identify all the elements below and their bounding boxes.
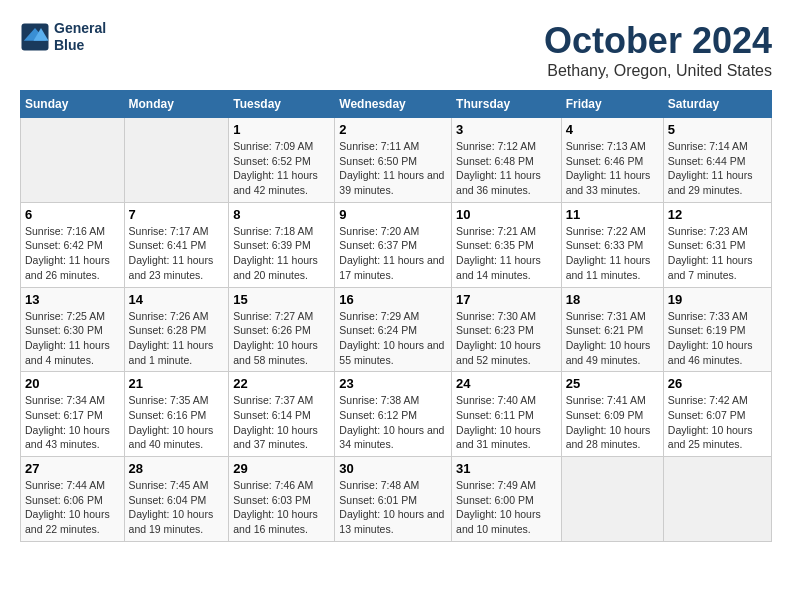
page-header: General Blue October 2024 Bethany, Orego…: [20, 20, 772, 80]
calendar-cell: 26Sunrise: 7:42 AMSunset: 6:07 PMDayligh…: [663, 372, 771, 457]
day-number: 17: [456, 292, 557, 307]
day-info: Sunrise: 7:09 AMSunset: 6:52 PMDaylight:…: [233, 139, 330, 198]
calendar-table: SundayMondayTuesdayWednesdayThursdayFrid…: [20, 90, 772, 542]
day-info: Sunrise: 7:16 AMSunset: 6:42 PMDaylight:…: [25, 224, 120, 283]
day-info: Sunrise: 7:33 AMSunset: 6:19 PMDaylight:…: [668, 309, 767, 368]
day-info: Sunrise: 7:45 AMSunset: 6:04 PMDaylight:…: [129, 478, 225, 537]
day-number: 20: [25, 376, 120, 391]
calendar-cell: [663, 457, 771, 542]
day-number: 29: [233, 461, 330, 476]
day-number: 16: [339, 292, 447, 307]
day-number: 27: [25, 461, 120, 476]
day-info: Sunrise: 7:40 AMSunset: 6:11 PMDaylight:…: [456, 393, 557, 452]
day-number: 9: [339, 207, 447, 222]
calendar-cell: 29Sunrise: 7:46 AMSunset: 6:03 PMDayligh…: [229, 457, 335, 542]
weekday-header: Saturday: [663, 91, 771, 118]
day-info: Sunrise: 7:23 AMSunset: 6:31 PMDaylight:…: [668, 224, 767, 283]
calendar-week-row: 1Sunrise: 7:09 AMSunset: 6:52 PMDaylight…: [21, 118, 772, 203]
calendar-cell: 25Sunrise: 7:41 AMSunset: 6:09 PMDayligh…: [561, 372, 663, 457]
calendar-cell: 11Sunrise: 7:22 AMSunset: 6:33 PMDayligh…: [561, 202, 663, 287]
logo-line2: Blue: [54, 37, 106, 54]
calendar-cell: 6Sunrise: 7:16 AMSunset: 6:42 PMDaylight…: [21, 202, 125, 287]
day-number: 13: [25, 292, 120, 307]
day-info: Sunrise: 7:27 AMSunset: 6:26 PMDaylight:…: [233, 309, 330, 368]
calendar-cell: [561, 457, 663, 542]
day-number: 11: [566, 207, 659, 222]
day-info: Sunrise: 7:30 AMSunset: 6:23 PMDaylight:…: [456, 309, 557, 368]
day-number: 21: [129, 376, 225, 391]
calendar-cell: 10Sunrise: 7:21 AMSunset: 6:35 PMDayligh…: [452, 202, 562, 287]
day-number: 19: [668, 292, 767, 307]
day-number: 24: [456, 376, 557, 391]
logo: General Blue: [20, 20, 106, 54]
calendar-cell: 17Sunrise: 7:30 AMSunset: 6:23 PMDayligh…: [452, 287, 562, 372]
calendar-week-row: 13Sunrise: 7:25 AMSunset: 6:30 PMDayligh…: [21, 287, 772, 372]
month-title: October 2024: [544, 20, 772, 62]
day-info: Sunrise: 7:14 AMSunset: 6:44 PMDaylight:…: [668, 139, 767, 198]
day-number: 25: [566, 376, 659, 391]
day-info: Sunrise: 7:42 AMSunset: 6:07 PMDaylight:…: [668, 393, 767, 452]
calendar-cell: 13Sunrise: 7:25 AMSunset: 6:30 PMDayligh…: [21, 287, 125, 372]
calendar-cell: 28Sunrise: 7:45 AMSunset: 6:04 PMDayligh…: [124, 457, 229, 542]
calendar-cell: 21Sunrise: 7:35 AMSunset: 6:16 PMDayligh…: [124, 372, 229, 457]
calendar-cell: 22Sunrise: 7:37 AMSunset: 6:14 PMDayligh…: [229, 372, 335, 457]
day-number: 23: [339, 376, 447, 391]
day-info: Sunrise: 7:26 AMSunset: 6:28 PMDaylight:…: [129, 309, 225, 368]
calendar-cell: 14Sunrise: 7:26 AMSunset: 6:28 PMDayligh…: [124, 287, 229, 372]
logo-icon: [20, 22, 50, 52]
calendar-cell: 2Sunrise: 7:11 AMSunset: 6:50 PMDaylight…: [335, 118, 452, 203]
calendar-cell: 20Sunrise: 7:34 AMSunset: 6:17 PMDayligh…: [21, 372, 125, 457]
day-number: 28: [129, 461, 225, 476]
calendar-cell: 23Sunrise: 7:38 AMSunset: 6:12 PMDayligh…: [335, 372, 452, 457]
day-number: 10: [456, 207, 557, 222]
calendar-cell: 30Sunrise: 7:48 AMSunset: 6:01 PMDayligh…: [335, 457, 452, 542]
day-info: Sunrise: 7:11 AMSunset: 6:50 PMDaylight:…: [339, 139, 447, 198]
day-info: Sunrise: 7:13 AMSunset: 6:46 PMDaylight:…: [566, 139, 659, 198]
day-number: 3: [456, 122, 557, 137]
title-block: October 2024 Bethany, Oregon, United Sta…: [544, 20, 772, 80]
calendar-cell: 27Sunrise: 7:44 AMSunset: 6:06 PMDayligh…: [21, 457, 125, 542]
calendar-cell: 24Sunrise: 7:40 AMSunset: 6:11 PMDayligh…: [452, 372, 562, 457]
day-info: Sunrise: 7:17 AMSunset: 6:41 PMDaylight:…: [129, 224, 225, 283]
calendar-cell: 19Sunrise: 7:33 AMSunset: 6:19 PMDayligh…: [663, 287, 771, 372]
day-info: Sunrise: 7:44 AMSunset: 6:06 PMDaylight:…: [25, 478, 120, 537]
day-info: Sunrise: 7:22 AMSunset: 6:33 PMDaylight:…: [566, 224, 659, 283]
day-info: Sunrise: 7:48 AMSunset: 6:01 PMDaylight:…: [339, 478, 447, 537]
calendar-cell: 18Sunrise: 7:31 AMSunset: 6:21 PMDayligh…: [561, 287, 663, 372]
weekday-header: Friday: [561, 91, 663, 118]
weekday-header: Thursday: [452, 91, 562, 118]
location: Bethany, Oregon, United States: [544, 62, 772, 80]
calendar-cell: 3Sunrise: 7:12 AMSunset: 6:48 PMDaylight…: [452, 118, 562, 203]
day-number: 8: [233, 207, 330, 222]
weekday-header: Sunday: [21, 91, 125, 118]
day-info: Sunrise: 7:38 AMSunset: 6:12 PMDaylight:…: [339, 393, 447, 452]
day-info: Sunrise: 7:41 AMSunset: 6:09 PMDaylight:…: [566, 393, 659, 452]
calendar-cell: [124, 118, 229, 203]
calendar-cell: 7Sunrise: 7:17 AMSunset: 6:41 PMDaylight…: [124, 202, 229, 287]
day-info: Sunrise: 7:49 AMSunset: 6:00 PMDaylight:…: [456, 478, 557, 537]
day-number: 7: [129, 207, 225, 222]
day-info: Sunrise: 7:35 AMSunset: 6:16 PMDaylight:…: [129, 393, 225, 452]
header-row: SundayMondayTuesdayWednesdayThursdayFrid…: [21, 91, 772, 118]
day-info: Sunrise: 7:34 AMSunset: 6:17 PMDaylight:…: [25, 393, 120, 452]
weekday-header: Tuesday: [229, 91, 335, 118]
day-info: Sunrise: 7:12 AMSunset: 6:48 PMDaylight:…: [456, 139, 557, 198]
day-number: 1: [233, 122, 330, 137]
day-number: 6: [25, 207, 120, 222]
logo-text: General Blue: [54, 20, 106, 54]
day-info: Sunrise: 7:20 AMSunset: 6:37 PMDaylight:…: [339, 224, 447, 283]
day-number: 22: [233, 376, 330, 391]
calendar-cell: 12Sunrise: 7:23 AMSunset: 6:31 PMDayligh…: [663, 202, 771, 287]
day-number: 4: [566, 122, 659, 137]
calendar-cell: 15Sunrise: 7:27 AMSunset: 6:26 PMDayligh…: [229, 287, 335, 372]
calendar-cell: 5Sunrise: 7:14 AMSunset: 6:44 PMDaylight…: [663, 118, 771, 203]
day-info: Sunrise: 7:29 AMSunset: 6:24 PMDaylight:…: [339, 309, 447, 368]
day-info: Sunrise: 7:18 AMSunset: 6:39 PMDaylight:…: [233, 224, 330, 283]
day-info: Sunrise: 7:46 AMSunset: 6:03 PMDaylight:…: [233, 478, 330, 537]
day-info: Sunrise: 7:31 AMSunset: 6:21 PMDaylight:…: [566, 309, 659, 368]
weekday-header: Wednesday: [335, 91, 452, 118]
day-number: 31: [456, 461, 557, 476]
day-info: Sunrise: 7:37 AMSunset: 6:14 PMDaylight:…: [233, 393, 330, 452]
day-number: 18: [566, 292, 659, 307]
calendar-cell: [21, 118, 125, 203]
